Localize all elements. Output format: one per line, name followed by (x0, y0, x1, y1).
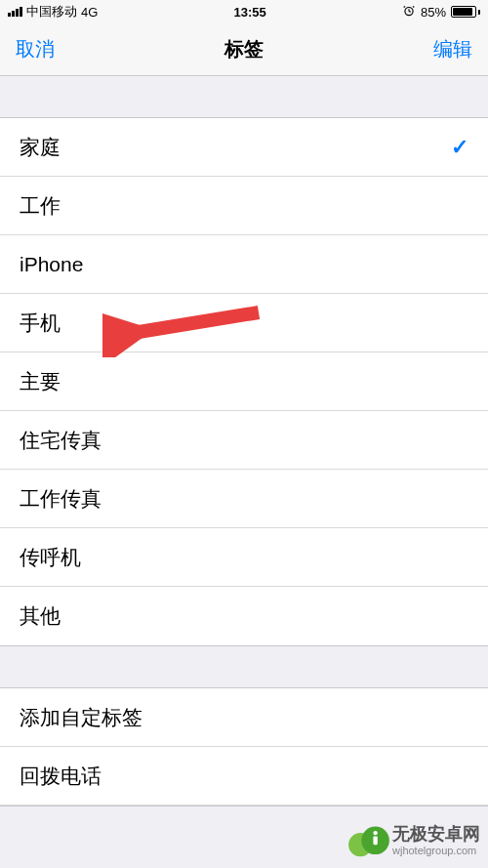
label-text: 主要 (20, 368, 61, 395)
watermark-logo-icon (347, 821, 386, 860)
battery-icon (451, 6, 480, 18)
label-text: 手机 (20, 310, 61, 337)
label-text: iPhone (20, 253, 83, 276)
watermark-text: 无极安卓网 wjhotelgroup.com (392, 824, 480, 858)
callback-row[interactable]: 回拨电话 (0, 747, 488, 806)
watermark-cn: 无极安卓网 (392, 824, 480, 846)
label-row-home-fax[interactable]: 住宅传真 (0, 411, 488, 470)
section-gap (0, 646, 488, 687)
svg-line-3 (404, 6, 405, 7)
svg-line-4 (413, 6, 414, 7)
edit-button[interactable]: 编辑 (433, 36, 472, 62)
status-bar: 中国移动 4G 13:55 85% (0, 0, 488, 23)
nav-bar: 取消 标签 编辑 (0, 23, 488, 76)
watermark: 无极安卓网 wjhotelgroup.com (347, 821, 480, 860)
label-text: 传呼机 (20, 544, 81, 571)
label-row-mobile[interactable]: 手机 (0, 294, 488, 352)
signal-icon (8, 7, 22, 17)
label-text: 其他 (20, 602, 61, 630)
alarm-icon (402, 4, 416, 21)
label-text: 家庭 (20, 134, 61, 161)
network-label: 4G (81, 5, 98, 20)
nav-title: 标签 (224, 36, 264, 62)
label-text: 添加自定标签 (20, 704, 142, 731)
label-row-work[interactable]: 工作 (0, 177, 488, 235)
battery-pct: 85% (421, 5, 446, 20)
svg-rect-8 (373, 836, 377, 845)
svg-point-9 (373, 831, 377, 835)
label-text: 工作传真 (20, 485, 102, 513)
add-custom-label-row[interactable]: 添加自定标签 (0, 688, 488, 747)
checkmark-icon: ✓ (451, 135, 468, 160)
status-time: 13:55 (234, 5, 266, 20)
status-left: 中国移动 4G (8, 3, 98, 21)
section-gap (0, 76, 488, 117)
label-row-iphone[interactable]: iPhone (0, 235, 488, 294)
carrier-label: 中国移动 (26, 3, 77, 21)
label-row-work-fax[interactable]: 工作传真 (0, 470, 488, 528)
labels-section: 家庭 ✓ 工作 iPhone 手机 主要 住宅传真 工作传真 传呼机 其他 (0, 117, 488, 646)
label-row-main[interactable]: 主要 (0, 352, 488, 411)
label-row-other[interactable]: 其他 (0, 587, 488, 645)
status-right: 85% (402, 4, 480, 21)
label-text: 住宅传真 (20, 427, 102, 454)
extra-section: 添加自定标签 回拨电话 (0, 687, 488, 806)
svg-line-2 (409, 11, 411, 12)
label-text: 回拨电话 (20, 763, 102, 790)
label-text: 工作 (20, 192, 61, 220)
watermark-en: wjhotelgroup.com (392, 845, 480, 857)
label-row-home[interactable]: 家庭 ✓ (0, 118, 488, 177)
cancel-button[interactable]: 取消 (16, 36, 55, 62)
label-row-pager[interactable]: 传呼机 (0, 528, 488, 587)
